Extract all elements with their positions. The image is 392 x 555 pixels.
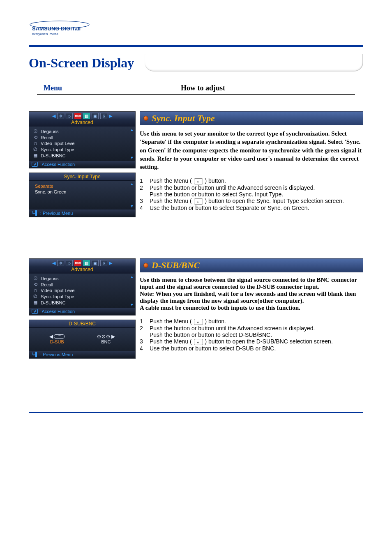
enter-icon: ↲ bbox=[194, 198, 203, 205]
position-icon: ✥ bbox=[57, 260, 64, 266]
dsub-step4: Use the button or button to select D-SUB… bbox=[150, 345, 276, 352]
osd-scroll: ▲▼ bbox=[130, 275, 134, 307]
rgb-icon: RGB bbox=[74, 113, 81, 119]
dsub-description: Use this menu to choose between the sign… bbox=[140, 276, 363, 290]
sync-step3b: ) button to open the Sync. Input Type se… bbox=[203, 198, 344, 204]
top-rule bbox=[29, 45, 363, 47]
nav-right-icon: ▶ bbox=[109, 260, 112, 266]
osd-item-sync-input-type: Sync. Input Type bbox=[41, 294, 74, 299]
page-title: On-Screen Display bbox=[29, 55, 134, 71]
column-header-menu: Menu bbox=[29, 84, 160, 92]
header-rule bbox=[37, 94, 355, 95]
brand-name: SAMSUNG DIGITall bbox=[32, 25, 81, 32]
osd-topbar: ◀ ✥ ◇ RGB ▥ ▣ ⎘ ▶ bbox=[29, 259, 135, 267]
scroll-down-icon: ▼ bbox=[130, 156, 134, 160]
osd-scroll: ▲▼ bbox=[130, 128, 134, 160]
dsub-step2b: Push the button or button to select D-SU… bbox=[150, 332, 272, 338]
bullet-icon bbox=[143, 116, 148, 121]
osd-sync-submenu: Sync. Input Type Separate Sync. on Green… bbox=[29, 173, 136, 217]
osd-previous-menu-label: : Previous Menu bbox=[40, 352, 73, 357]
scroll-down-icon: ▼ bbox=[130, 204, 134, 208]
position-icon: ✥ bbox=[57, 113, 64, 119]
osd-option-bnc-label: BNC bbox=[97, 339, 115, 344]
degauss-icon: ⦾ bbox=[32, 129, 38, 134]
footer-rule bbox=[29, 412, 363, 413]
scroll-up-icon: ▲ bbox=[130, 275, 134, 279]
osd-access-function-label: : Access Function bbox=[39, 309, 75, 314]
section-title-sync: Sync. Input Type bbox=[152, 113, 215, 124]
section-header-sync: Sync. Input Type bbox=[140, 111, 363, 125]
osd-item-video-input-level: Video Input Level bbox=[41, 141, 76, 146]
enter-icon: ↲ bbox=[194, 339, 203, 345]
osd-footer-previous: ↳▌ : Previous Menu bbox=[29, 351, 135, 358]
scroll-up-icon: ▲ bbox=[130, 128, 134, 132]
osd-dsub-submenu: D-SUB/BNC ◀ D-SUB ⊙⊙⊙▶ BNC ↳▌ : Previous… bbox=[29, 320, 136, 359]
nav-left-icon: ◀ bbox=[49, 334, 53, 339]
osd-access-function-label: : Access Function bbox=[39, 162, 75, 167]
scroll-down-icon: ▼ bbox=[130, 303, 134, 307]
advanced-icon: ▣ bbox=[92, 113, 99, 119]
dsub-bnc-icon: ▦ bbox=[32, 300, 38, 305]
sync-type-icon: ⌬ bbox=[32, 147, 38, 152]
column-header-how-to-adjust: How to adjust bbox=[160, 84, 225, 92]
osd-item-recall: Recall bbox=[41, 135, 53, 140]
section-header-dsub: D-SUB/BNC bbox=[140, 258, 363, 272]
enter-icon: ↲ bbox=[194, 178, 203, 184]
osd-category-label: Advanced bbox=[29, 120, 135, 127]
section-title-dsub: D-SUB/BNC bbox=[152, 260, 200, 271]
video-input-icon: ⎍ bbox=[32, 141, 38, 146]
degauss-icon: ⦾ bbox=[32, 276, 38, 281]
osd-category-label: Advanced bbox=[29, 267, 135, 274]
osd-topbar: ◀ ✥ ◇ RGB ▥ ▣ ⎘ ▶ bbox=[29, 112, 135, 120]
video-input-icon: ⎍ bbox=[32, 288, 38, 293]
sync-description: Use this menu to set your monitor to the… bbox=[140, 129, 363, 171]
screen-icon: ▥ bbox=[83, 113, 90, 119]
osd-item-dsub-bnc: D-SUB/BNC bbox=[41, 153, 66, 158]
osd-advanced-menu-2: ◀ ✥ ◇ RGB ▥ ▣ ⎘ ▶ Advanced ⦾Degauss ⟲Rec… bbox=[29, 258, 136, 315]
dsub-step1b: ) button. bbox=[203, 318, 226, 325]
osd-option-bnc: ⊙⊙⊙▶ BNC bbox=[97, 334, 115, 344]
nav-left-icon: ◀ bbox=[52, 260, 55, 266]
bnc-connector-icon: ⊙⊙⊙ bbox=[97, 334, 111, 339]
sync-type-icon: ⌬ bbox=[32, 294, 38, 299]
osd-footer-previous: ↳▌ : Previous Menu bbox=[29, 210, 135, 217]
osd-item-video-input-level: Video Input Level bbox=[41, 288, 76, 293]
enter-icon: ↲ bbox=[194, 319, 203, 325]
dsub-step1a: Push the Menu ( bbox=[150, 318, 194, 325]
sync-step1a: Push the Menu ( bbox=[150, 177, 194, 184]
title-tab-decoration bbox=[145, 54, 363, 71]
nav-right-icon: ▶ bbox=[111, 334, 115, 339]
rgb-icon: RGB bbox=[74, 260, 81, 266]
advanced-icon: ▣ bbox=[92, 260, 99, 266]
osd-previous-menu-label: : Previous Menu bbox=[40, 211, 73, 216]
osd-footer-access: ↲ : Access Function bbox=[29, 161, 135, 168]
size-icon: ◇ bbox=[66, 260, 73, 266]
dsub-note2: A cable must be connected to both inputs… bbox=[140, 304, 363, 311]
brand-logo: SAMSUNG DIGITall everyone's invited bbox=[29, 21, 363, 38]
back-icon: ↳▌ bbox=[32, 210, 39, 216]
sync-steps: 1Push the Menu ( ↲ ) button. 2Push the b… bbox=[140, 177, 363, 211]
osd-option-dsub: ◀ D-SUB bbox=[49, 334, 65, 344]
osd-item-degauss: Degauss bbox=[41, 276, 58, 281]
sync-step4: Use the button or button to select Separ… bbox=[150, 205, 309, 211]
osd-footer-access: ↲ : Access Function bbox=[29, 308, 135, 315]
nav-right-icon: ▶ bbox=[109, 113, 112, 119]
dsub-step3b: ) button to open the D-SUB/BNC selection… bbox=[203, 338, 333, 345]
enter-icon: ↲ bbox=[32, 309, 38, 314]
info-icon: ⎘ bbox=[100, 260, 107, 266]
dsub-note: Note: When you are finished, wait for a … bbox=[140, 290, 363, 304]
osd-item-sync-input-type: Sync. Input Type bbox=[41, 147, 74, 152]
osd-option-dsub-label: D-SUB bbox=[49, 339, 65, 344]
dsub-connector-icon bbox=[54, 334, 65, 339]
osd-option-separate: Separate bbox=[35, 183, 131, 189]
scroll-up-icon: ▲ bbox=[130, 182, 134, 186]
back-icon: ↳▌ bbox=[32, 352, 39, 357]
dsub-bnc-icon: ▦ bbox=[32, 153, 38, 158]
osd-advanced-menu: ◀ ✥ ◇ RGB ▥ ▣ ⎘ ▶ Advanced ⦾Degauss ⟲Rec… bbox=[29, 111, 136, 168]
osd-sync-subhead: Sync. Input Type bbox=[29, 173, 135, 181]
sync-step2b: Push the button or button to select Sync… bbox=[150, 191, 283, 198]
sync-step3a: Push the Menu ( bbox=[150, 198, 194, 204]
nav-left-icon: ◀ bbox=[52, 113, 55, 119]
osd-option-sync-on-green: Sync. on Green bbox=[35, 189, 131, 195]
osd-item-recall: Recall bbox=[41, 282, 53, 287]
